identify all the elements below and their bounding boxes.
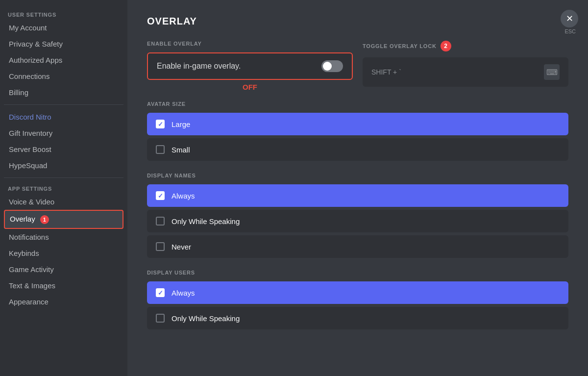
sidebar-item-my-account[interactable]: My Account — [4, 20, 123, 36]
toggle-overlay-lock-label: TOGGLE OVERLAY LOCK — [363, 43, 437, 49]
overlay-badge: 1 — [40, 215, 49, 224]
display-names-label: DISPLAY NAMES — [147, 173, 568, 178]
toggle-track — [321, 60, 343, 72]
sidebar-item-authorized-apps[interactable]: Authorized Apps — [4, 52, 123, 68]
toggle-overlay-lock-section: TOGGLE OVERLAY LOCK 2 SHIFT + ` ⌨ — [363, 41, 568, 87]
display-names-never-label: Never — [172, 243, 191, 251]
display-users-speaking-option[interactable]: Only While Speaking — [147, 307, 568, 329]
toggle-lock-row: SHIFT + ` ⌨ — [363, 57, 568, 87]
off-label: OFF — [147, 83, 353, 91]
enable-overlay-box: Enable in-game overlay. — [147, 52, 353, 80]
enable-overlay-text: Enable in-game overlay. — [157, 62, 241, 71]
sidebar-item-text-images[interactable]: Text & Images — [4, 277, 123, 294]
badge-2: 2 — [441, 41, 451, 51]
enable-overlay-label: ENABLE OVERLAY — [147, 41, 353, 47]
sidebar-item-gift-inventory[interactable]: Gift Inventory — [4, 125, 123, 141]
sidebar-item-billing[interactable]: Billing — [4, 84, 123, 100]
sidebar-item-connections[interactable]: Connections — [4, 68, 123, 84]
sidebar-item-voice-video[interactable]: Voice & Video — [4, 194, 123, 210]
page-title: OVERLAY — [147, 16, 568, 27]
avatar-large-option[interactable]: Large — [147, 113, 568, 135]
close-button-label: ESC — [564, 28, 576, 34]
sidebar-item-privacy-safety[interactable]: Privacy & Safety — [4, 36, 123, 52]
display-users-always-label: Always — [172, 289, 195, 297]
display-names-speaking-option[interactable]: Only While Speaking — [147, 210, 568, 232]
avatar-small-checkbox — [156, 145, 165, 154]
shortcut-text: SHIFT + ` — [371, 68, 401, 76]
display-names-speaking-checkbox — [156, 217, 165, 226]
close-button[interactable]: ✕ — [561, 10, 578, 27]
sidebar-item-overlay[interactable]: Overlay 1 — [4, 210, 123, 229]
display-names-always-label: Always — [172, 192, 195, 200]
sidebar-item-keybinds[interactable]: Keybinds — [4, 245, 123, 261]
user-settings-section-label: USER SETTINGS — [4, 8, 123, 20]
avatar-small-option[interactable]: Small — [147, 138, 568, 161]
avatar-size-label: AVATAR SIZE — [147, 101, 568, 107]
sidebar: USER SETTINGS My Account Privacy & Safet… — [0, 0, 127, 376]
sidebar-item-game-activity[interactable]: Game Activity — [4, 261, 123, 277]
display-users-speaking-checkbox — [156, 314, 165, 323]
display-users-speaking-label: Only While Speaking — [172, 314, 240, 323]
sidebar-divider-2 — [4, 177, 123, 178]
display-names-never-option[interactable]: Never — [147, 235, 568, 258]
sidebar-item-appearance[interactable]: Appearance — [4, 294, 123, 310]
display-names-always-option[interactable]: Always — [147, 184, 568, 207]
avatar-large-label: Large — [172, 120, 190, 128]
overlay-top-grid: ENABLE OVERLAY Enable in-game overlay. O… — [147, 41, 568, 101]
display-users-always-checkbox — [156, 288, 165, 297]
enable-overlay-toggle[interactable] — [321, 60, 343, 72]
app-settings-section-label: APP SETTINGS — [4, 182, 123, 194]
display-names-never-checkbox — [156, 242, 165, 251]
main-content: ✕ ESC OVERLAY ENABLE OVERLAY Enable in-g… — [127, 0, 588, 376]
enable-overlay-section: ENABLE OVERLAY Enable in-game overlay. O… — [147, 41, 353, 101]
display-users-section: DISPLAY USERS Always Only While Speaking — [147, 270, 568, 329]
display-names-section: DISPLAY NAMES Always Only While Speaking… — [147, 173, 568, 258]
sidebar-divider-1 — [4, 104, 123, 105]
avatar-large-checkbox — [156, 120, 165, 128]
toggle-thumb — [323, 62, 332, 71]
avatar-small-label: Small — [172, 146, 190, 154]
keyboard-icon[interactable]: ⌨ — [544, 64, 560, 80]
display-names-speaking-label: Only While Speaking — [172, 217, 240, 226]
sidebar-item-notifications[interactable]: Notifications — [4, 229, 123, 245]
sidebar-item-hypesquad[interactable]: HypeSquad — [4, 157, 123, 174]
avatar-size-section: AVATAR SIZE Large Small — [147, 101, 568, 161]
display-users-label: DISPLAY USERS — [147, 270, 568, 276]
sidebar-item-server-boost[interactable]: Server Boost — [4, 141, 123, 157]
display-users-always-option[interactable]: Always — [147, 281, 568, 304]
sidebar-item-discord-nitro[interactable]: Discord Nitro — [4, 109, 123, 125]
display-names-always-checkbox — [156, 191, 165, 200]
